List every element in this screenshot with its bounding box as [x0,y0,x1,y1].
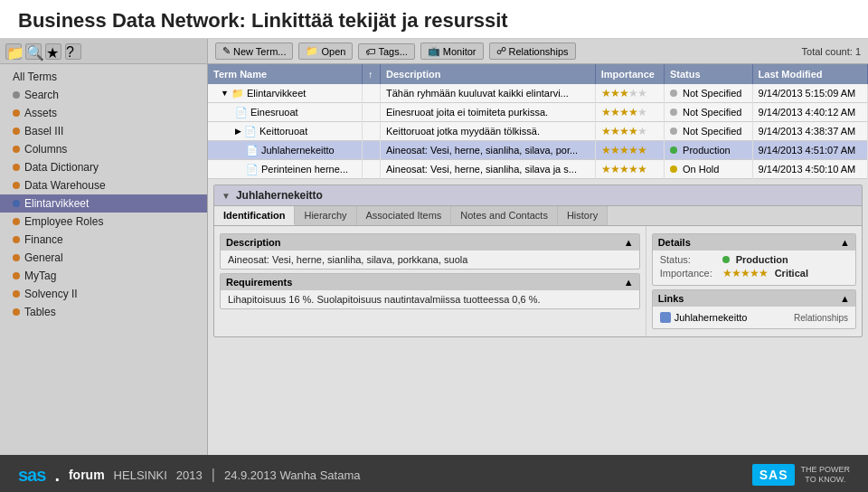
detail-title: Juhlahernekeitto [236,189,323,202]
col-term-name[interactable]: Term Name [208,64,362,84]
arrow-icon [13,236,20,243]
tab-notes-contacts[interactable]: Notes and Contacts [451,206,558,225]
tags-icon: 🏷 [365,46,375,57]
details-label: Details [658,237,691,248]
col-last-modified[interactable]: Last Modified [752,64,867,84]
description-cell: Aineosat: Vesi, herne, sianliha, silava,… [380,141,595,160]
monitor-icon: 📺 [428,45,440,57]
detail-left: Description ▲ Aineosat: Vesi, herne, sia… [214,226,646,336]
table-row[interactable]: 📄 Einesruoat Einesruoat joita ei toimite… [208,103,868,122]
status-cell: Production [665,141,753,160]
col-description[interactable]: Description [380,64,595,84]
sidebar-btn-4[interactable]: ? [65,43,81,60]
sidebar-item-all-terms[interactable]: All Terms [0,68,207,86]
sidebar-item-tables[interactable]: Tables [0,303,207,321]
new-term-label: New Term... [233,46,286,57]
sidebar-label: Data Dictionary [24,161,99,174]
row-icon: 📁 [231,88,244,99]
sidebar-label: Finance [24,233,63,246]
expand-icon[interactable]: ▼ [221,89,229,98]
main-content: 📁 🔍 ★ ? All Terms Search Assets Basel II… [0,39,868,455]
sidebar-item-mytag[interactable]: MyTag [0,267,207,285]
monitor-button[interactable]: 📺 Monitor [420,43,484,60]
open-button[interactable]: 📁 Open [298,43,353,60]
dot-icon [13,91,20,99]
row-icon: 📄 [235,107,248,118]
modified-cell: 9/14/2013 4:50:10 AM [752,160,867,179]
arrow-icon [13,272,20,279]
sidebar-label: Tables [24,306,56,318]
status-value: Production [736,254,788,265]
link-item[interactable]: Juhlahernekeitto Relationships [660,310,848,325]
data-table: Term Name ↑ Description Importance Statu… [208,64,868,179]
sidebar-item-employee-roles[interactable]: Employee Roles [0,213,207,231]
tab-hierarchy[interactable]: Hierarchy [295,206,356,225]
description-cell: Tähän ryhmään kuuluvat kaikki elintarvi.… [380,84,595,103]
top-toolbar: ✎ New Term... 📁 Open 🏷 Tags... 📺 Monitor… [208,39,868,64]
sidebar-item-solvency[interactable]: Solvency II [0,285,207,303]
relationships-label: Relationships [509,46,569,57]
table-row[interactable]: 📄 Perinteinen herne... Aineosat: Vesi, h… [208,160,868,179]
importance-cell: ★★★★★ [595,84,664,103]
col-importance[interactable]: Importance [595,64,664,84]
table-row[interactable]: ▶ 📄 Keittoruoat Keittoruoat jotka myydää… [208,122,868,141]
description-label: Description [226,237,281,248]
expand-icon[interactable]: ▶ [235,127,241,136]
tab-associated-items[interactable]: Associated Items [357,206,452,225]
importance-cell: ★★★★★ [595,103,664,122]
separator: | [212,467,215,483]
table-row[interactable]: ▼ 📁 Elintarvikkeet Tähän ryhmään kuuluva… [208,84,868,103]
sidebar-label: Employee Roles [24,215,103,228]
term-name-cell: 📄 Perinteinen herne... [208,160,362,179]
sidebar-item-assets[interactable]: Assets [0,104,207,122]
status-cell: On Hold [665,160,753,179]
sidebar-item-basel[interactable]: Basel III [0,122,207,140]
right-panel: ✎ New Term... 📁 Open 🏷 Tags... 📺 Monitor… [208,39,868,455]
title-bar: Business Data Network: Linkittää tekijät… [0,0,868,39]
sort-cell [362,103,380,122]
description-cell: Einesruoat joita ei toimiteta purkissa. [380,103,595,122]
total-count: Total count: 1 [802,46,861,57]
requirements-section-body: Lihapitoisuus 16 %. Suolapitoisuus nauti… [221,290,639,308]
collapse-icon[interactable]: ▲ [840,293,850,304]
term-name-cell: ▶ 📄 Keittoruoat [208,122,362,141]
sidebar-item-search[interactable]: Search [0,86,207,104]
importance-cell: ★★★★★ [595,122,664,141]
sidebar-btn-2[interactable]: 🔍 [25,43,42,60]
status-field: Status: Production [660,254,848,265]
arrow-icon [13,308,20,316]
collapse-icon[interactable]: ▲ [840,237,850,248]
col-status[interactable]: Status [665,64,753,84]
links-section: Links ▲ Juhlahernekeitto Relationships [652,289,856,329]
collapse-icon[interactable]: ▲ [624,277,634,288]
table-row[interactable]: 📄 Juhlahernekeitto Aineosat: Vesi, herne… [208,141,868,160]
detail-right: Details ▲ Status: Production Importance: [646,226,862,336]
collapse-icon[interactable]: ▲ [624,237,634,248]
sidebar-item-finance[interactable]: Finance [0,231,207,249]
col-sort[interactable]: ↑ [362,64,380,84]
tab-history[interactable]: History [558,206,608,225]
sidebar-item-elintarvikkeet[interactable]: Elintarvikkeet [0,194,207,213]
sidebar-item-data-warehouse[interactable]: Data Warehouse [0,176,207,194]
footer: sas . forum HELSINKI 2013 | 24.9.2013 Wa… [0,455,868,492]
sidebar-item-data-dictionary[interactable]: Data Dictionary [0,158,207,176]
expand-icon[interactable]: ▼ [222,191,231,201]
sidebar-btn-1[interactable]: 📁 [5,43,22,60]
requirements-label: Requirements [226,277,292,288]
sidebar-label: Assets [24,107,57,119]
new-term-button[interactable]: ✎ New Term... [215,43,293,60]
arrow-icon [13,164,20,171]
relationships-button[interactable]: ☍ Relationships [489,43,576,60]
sidebar-nav: All Terms Search Assets Basel III Column… [0,64,207,455]
arrow-icon [13,218,20,225]
links-label: Links [658,293,684,304]
sort-cell [362,160,380,179]
description-cell: Keittoruoat jotka myydään tölkissä. [380,122,595,141]
importance-text: Critical [775,268,808,279]
sidebar-item-columns[interactable]: Columns [0,140,207,158]
sidebar-item-general[interactable]: General [0,249,207,267]
tags-button[interactable]: 🏷 Tags... [358,43,414,60]
sidebar-label: MyTag [24,270,56,282]
tab-identification[interactable]: Identification [214,206,295,225]
sidebar-btn-3[interactable]: ★ [45,43,61,60]
